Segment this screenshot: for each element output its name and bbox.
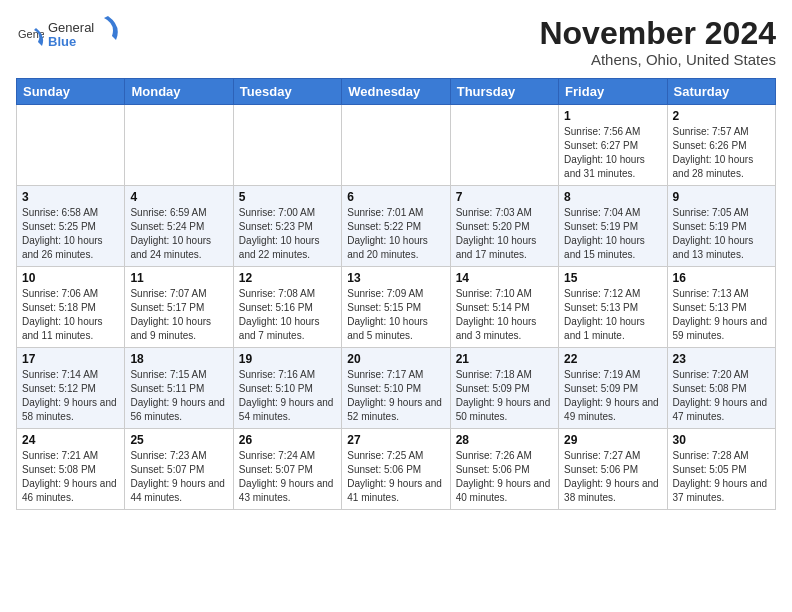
calendar-table: SundayMondayTuesdayWednesdayThursdayFrid…	[16, 78, 776, 510]
weekday-header-saturday: Saturday	[667, 79, 775, 105]
day-info: Sunrise: 7:20 AMSunset: 5:08 PMDaylight:…	[673, 368, 770, 424]
calendar-cell: 10Sunrise: 7:06 AMSunset: 5:18 PMDayligh…	[17, 267, 125, 348]
day-number: 14	[456, 271, 553, 285]
calendar-cell: 14Sunrise: 7:10 AMSunset: 5:14 PMDayligh…	[450, 267, 558, 348]
calendar-cell	[450, 105, 558, 186]
day-info: Sunrise: 7:13 AMSunset: 5:13 PMDaylight:…	[673, 287, 770, 343]
day-number: 7	[456, 190, 553, 204]
day-info: Sunrise: 7:00 AMSunset: 5:23 PMDaylight:…	[239, 206, 336, 262]
calendar-cell: 5Sunrise: 7:00 AMSunset: 5:23 PMDaylight…	[233, 186, 341, 267]
calendar-cell: 18Sunrise: 7:15 AMSunset: 5:11 PMDayligh…	[125, 348, 233, 429]
weekday-header-row: SundayMondayTuesdayWednesdayThursdayFrid…	[17, 79, 776, 105]
svg-text:Blue: Blue	[48, 34, 76, 49]
day-number: 30	[673, 433, 770, 447]
calendar-cell: 26Sunrise: 7:24 AMSunset: 5:07 PMDayligh…	[233, 429, 341, 510]
day-info: Sunrise: 7:15 AMSunset: 5:11 PMDaylight:…	[130, 368, 227, 424]
logo-general-text: General Blue	[48, 16, 118, 60]
day-info: Sunrise: 7:01 AMSunset: 5:22 PMDaylight:…	[347, 206, 444, 262]
day-number: 19	[239, 352, 336, 366]
calendar-week-row: 3Sunrise: 6:58 AMSunset: 5:25 PMDaylight…	[17, 186, 776, 267]
calendar-cell: 22Sunrise: 7:19 AMSunset: 5:09 PMDayligh…	[559, 348, 667, 429]
title-area: November 2024 Athens, Ohio, United State…	[539, 16, 776, 68]
calendar-cell: 1Sunrise: 7:56 AMSunset: 6:27 PMDaylight…	[559, 105, 667, 186]
day-info: Sunrise: 7:09 AMSunset: 5:15 PMDaylight:…	[347, 287, 444, 343]
day-number: 6	[347, 190, 444, 204]
calendar-cell: 15Sunrise: 7:12 AMSunset: 5:13 PMDayligh…	[559, 267, 667, 348]
calendar-cell: 16Sunrise: 7:13 AMSunset: 5:13 PMDayligh…	[667, 267, 775, 348]
day-info: Sunrise: 7:18 AMSunset: 5:09 PMDaylight:…	[456, 368, 553, 424]
day-number: 20	[347, 352, 444, 366]
day-number: 15	[564, 271, 661, 285]
day-number: 28	[456, 433, 553, 447]
day-number: 26	[239, 433, 336, 447]
day-info: Sunrise: 7:28 AMSunset: 5:05 PMDaylight:…	[673, 449, 770, 505]
day-info: Sunrise: 7:03 AMSunset: 5:20 PMDaylight:…	[456, 206, 553, 262]
day-number: 9	[673, 190, 770, 204]
weekday-header-sunday: Sunday	[17, 79, 125, 105]
svg-text:General: General	[48, 20, 94, 35]
calendar-cell: 29Sunrise: 7:27 AMSunset: 5:06 PMDayligh…	[559, 429, 667, 510]
calendar-cell: 17Sunrise: 7:14 AMSunset: 5:12 PMDayligh…	[17, 348, 125, 429]
weekday-header-thursday: Thursday	[450, 79, 558, 105]
day-number: 11	[130, 271, 227, 285]
day-number: 10	[22, 271, 119, 285]
calendar-cell: 20Sunrise: 7:17 AMSunset: 5:10 PMDayligh…	[342, 348, 450, 429]
calendar-cell: 8Sunrise: 7:04 AMSunset: 5:19 PMDaylight…	[559, 186, 667, 267]
calendar-week-row: 24Sunrise: 7:21 AMSunset: 5:08 PMDayligh…	[17, 429, 776, 510]
day-number: 8	[564, 190, 661, 204]
calendar-cell: 27Sunrise: 7:25 AMSunset: 5:06 PMDayligh…	[342, 429, 450, 510]
calendar-cell: 30Sunrise: 7:28 AMSunset: 5:05 PMDayligh…	[667, 429, 775, 510]
month-title: November 2024	[539, 16, 776, 51]
calendar-cell	[342, 105, 450, 186]
weekday-header-friday: Friday	[559, 79, 667, 105]
day-number: 29	[564, 433, 661, 447]
day-info: Sunrise: 7:05 AMSunset: 5:19 PMDaylight:…	[673, 206, 770, 262]
day-info: Sunrise: 7:24 AMSunset: 5:07 PMDaylight:…	[239, 449, 336, 505]
day-number: 21	[456, 352, 553, 366]
calendar-cell: 23Sunrise: 7:20 AMSunset: 5:08 PMDayligh…	[667, 348, 775, 429]
day-info: Sunrise: 7:23 AMSunset: 5:07 PMDaylight:…	[130, 449, 227, 505]
day-info: Sunrise: 7:04 AMSunset: 5:19 PMDaylight:…	[564, 206, 661, 262]
day-number: 3	[22, 190, 119, 204]
day-number: 2	[673, 109, 770, 123]
calendar-cell: 4Sunrise: 6:59 AMSunset: 5:24 PMDaylight…	[125, 186, 233, 267]
day-info: Sunrise: 7:27 AMSunset: 5:06 PMDaylight:…	[564, 449, 661, 505]
calendar-cell	[17, 105, 125, 186]
calendar-cell: 6Sunrise: 7:01 AMSunset: 5:22 PMDaylight…	[342, 186, 450, 267]
day-number: 13	[347, 271, 444, 285]
calendar-cell: 7Sunrise: 7:03 AMSunset: 5:20 PMDaylight…	[450, 186, 558, 267]
day-number: 22	[564, 352, 661, 366]
day-number: 4	[130, 190, 227, 204]
day-info: Sunrise: 7:26 AMSunset: 5:06 PMDaylight:…	[456, 449, 553, 505]
calendar-cell	[125, 105, 233, 186]
calendar-cell: 11Sunrise: 7:07 AMSunset: 5:17 PMDayligh…	[125, 267, 233, 348]
day-number: 23	[673, 352, 770, 366]
day-info: Sunrise: 7:57 AMSunset: 6:26 PMDaylight:…	[673, 125, 770, 181]
calendar-cell: 25Sunrise: 7:23 AMSunset: 5:07 PMDayligh…	[125, 429, 233, 510]
day-info: Sunrise: 7:25 AMSunset: 5:06 PMDaylight:…	[347, 449, 444, 505]
calendar-cell: 9Sunrise: 7:05 AMSunset: 5:19 PMDaylight…	[667, 186, 775, 267]
calendar-cell: 19Sunrise: 7:16 AMSunset: 5:10 PMDayligh…	[233, 348, 341, 429]
calendar-week-row: 17Sunrise: 7:14 AMSunset: 5:12 PMDayligh…	[17, 348, 776, 429]
location-title: Athens, Ohio, United States	[539, 51, 776, 68]
day-number: 18	[130, 352, 227, 366]
day-info: Sunrise: 7:16 AMSunset: 5:10 PMDaylight:…	[239, 368, 336, 424]
day-info: Sunrise: 7:14 AMSunset: 5:12 PMDaylight:…	[22, 368, 119, 424]
logo: General General Blue	[16, 16, 118, 60]
day-info: Sunrise: 7:07 AMSunset: 5:17 PMDaylight:…	[130, 287, 227, 343]
day-number: 5	[239, 190, 336, 204]
calendar-week-row: 1Sunrise: 7:56 AMSunset: 6:27 PMDaylight…	[17, 105, 776, 186]
day-number: 24	[22, 433, 119, 447]
calendar-cell	[233, 105, 341, 186]
day-info: Sunrise: 7:19 AMSunset: 5:09 PMDaylight:…	[564, 368, 661, 424]
weekday-header-monday: Monday	[125, 79, 233, 105]
day-number: 12	[239, 271, 336, 285]
day-info: Sunrise: 7:12 AMSunset: 5:13 PMDaylight:…	[564, 287, 661, 343]
day-number: 27	[347, 433, 444, 447]
header: General General Blue November 2024 Athen…	[16, 16, 776, 68]
calendar-cell: 24Sunrise: 7:21 AMSunset: 5:08 PMDayligh…	[17, 429, 125, 510]
calendar-cell: 2Sunrise: 7:57 AMSunset: 6:26 PMDaylight…	[667, 105, 775, 186]
day-info: Sunrise: 6:59 AMSunset: 5:24 PMDaylight:…	[130, 206, 227, 262]
day-number: 16	[673, 271, 770, 285]
calendar-cell: 13Sunrise: 7:09 AMSunset: 5:15 PMDayligh…	[342, 267, 450, 348]
